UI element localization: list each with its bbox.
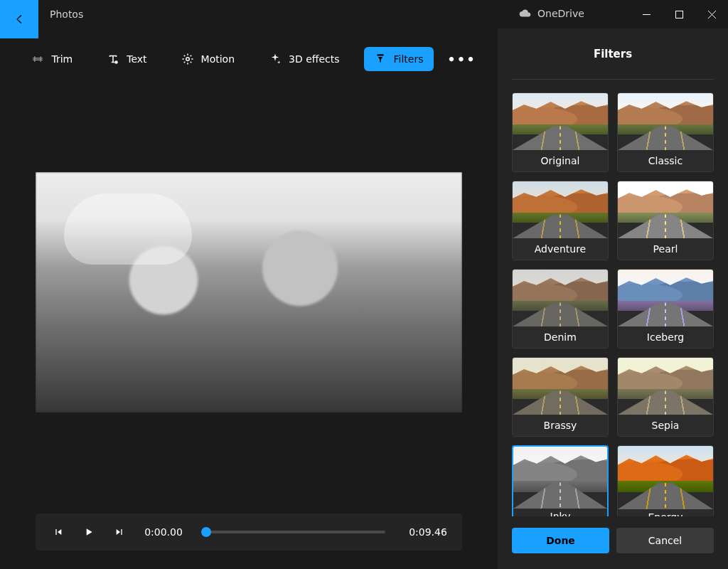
filter-label: Original: [513, 150, 608, 171]
back-button[interactable]: [0, 0, 38, 38]
tool-3d-effects[interactable]: 3D effects: [259, 47, 350, 71]
seek-knob[interactable]: [201, 527, 211, 537]
filter-card-energy[interactable]: Energy: [617, 445, 714, 516]
editor-pane: Trim Text Motion 3D effects Filters: [0, 28, 498, 569]
play-icon: [83, 526, 95, 538]
svg-rect-0: [675, 11, 682, 18]
filter-thumb: [618, 446, 713, 509]
motion-icon: [181, 53, 194, 65]
tool-filters-label: Filters: [394, 53, 424, 65]
app-title: Photos: [50, 9, 83, 20]
onedrive-status[interactable]: OneDrive: [519, 7, 584, 20]
filters-icon: [374, 53, 387, 65]
play-button[interactable]: [81, 524, 97, 540]
filter-label: Iceberg: [618, 326, 713, 348]
tool-motion-label: Motion: [201, 53, 235, 65]
cancel-button[interactable]: Cancel: [616, 528, 714, 553]
filter-label: Adventure: [513, 238, 608, 260]
prev-frame-button[interactable]: [50, 524, 65, 540]
tool-trim-label: Trim: [51, 53, 73, 65]
filter-card-original[interactable]: Original: [512, 92, 609, 172]
filters-panel: Filters OriginalClassicAdventurePearlDen…: [498, 28, 728, 569]
filter-label: Pearl: [618, 238, 713, 260]
filter-card-inky[interactable]: Inky: [512, 445, 609, 516]
filter-label: Denim: [513, 326, 608, 348]
filter-label: Sepia: [618, 415, 713, 436]
minimize-icon: [643, 11, 651, 18]
title-bar: Photos OneDrive: [0, 0, 728, 28]
trim-icon: [31, 53, 44, 65]
filter-thumb: [513, 270, 608, 326]
filter-thumb: [513, 181, 608, 238]
filter-card-adventure[interactable]: Adventure: [512, 181, 609, 260]
tool-motion[interactable]: Motion: [171, 47, 245, 71]
filter-thumb: [618, 270, 713, 326]
step-back-icon: [52, 526, 63, 538]
filter-card-sepia[interactable]: Sepia: [617, 357, 714, 437]
maximize-icon: [675, 11, 683, 18]
filter-label: Energy: [618, 509, 713, 516]
filters-actions: Done Cancel: [498, 516, 728, 569]
filter-card-iceberg[interactable]: Iceberg: [617, 269, 714, 349]
window-controls: [630, 0, 728, 28]
player-bar: 0:00.00 0:09.46: [36, 514, 462, 551]
tool-trim[interactable]: Trim: [21, 47, 82, 71]
filter-thumb: [513, 447, 607, 509]
filter-thumb: [618, 181, 713, 238]
minimize-button[interactable]: [630, 0, 663, 28]
onedrive-label: OneDrive: [537, 8, 584, 19]
svg-point-2: [186, 58, 189, 61]
filter-thumb: [513, 93, 608, 150]
svg-point-1: [115, 60, 119, 64]
filter-card-brassy[interactable]: Brassy: [512, 357, 609, 437]
duration: 0:09.46: [408, 526, 448, 538]
tool-filters[interactable]: Filters: [364, 47, 434, 71]
more-menu[interactable]: •••: [448, 46, 476, 72]
cloud-icon: [519, 7, 532, 20]
filter-label: Inky: [513, 509, 607, 516]
tool-text-label: Text: [127, 53, 146, 65]
tool-text[interactable]: Text: [97, 47, 156, 71]
filter-thumb: [513, 358, 608, 415]
filters-panel-title: Filters: [512, 28, 714, 80]
maximize-button[interactable]: [663, 0, 695, 28]
filters-grid: OriginalClassicAdventurePearlDenimIceber…: [512, 92, 714, 516]
app-root: Photos OneDrive Trim: [0, 0, 728, 569]
done-button[interactable]: Done: [512, 528, 609, 553]
close-button[interactable]: [695, 0, 728, 28]
editor-toolbar: Trim Text Motion 3D effects Filters: [0, 38, 498, 80]
current-time: 0:00.00: [144, 526, 183, 538]
filter-label: Brassy: [513, 415, 608, 436]
text-icon: [107, 53, 119, 65]
arrow-left-icon: [13, 13, 26, 26]
video-preview[interactable]: [36, 172, 462, 413]
close-icon: [708, 11, 716, 18]
filter-label: Classic: [618, 150, 713, 171]
stage-wrap: [0, 80, 498, 499]
seek-track[interactable]: [206, 531, 385, 533]
ellipsis-icon: •••: [447, 52, 476, 67]
step-forward-icon: [114, 526, 126, 538]
filter-thumb: [618, 358, 713, 415]
filter-card-denim[interactable]: Denim: [512, 269, 609, 349]
filter-card-pearl[interactable]: Pearl: [617, 181, 714, 260]
sparkle-icon: [269, 53, 282, 65]
tool-3d-effects-label: 3D effects: [289, 53, 340, 65]
filter-thumb: [618, 93, 713, 150]
next-frame-button[interactable]: [112, 524, 128, 540]
filter-card-classic[interactable]: Classic: [617, 92, 714, 172]
filters-grid-wrap: OriginalClassicAdventurePearlDenimIceber…: [498, 80, 728, 516]
